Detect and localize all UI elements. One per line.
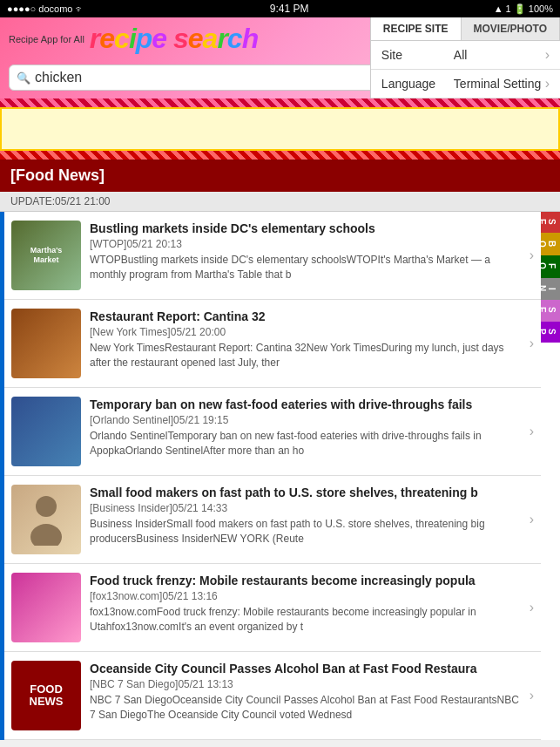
news-title: Small food makers on fast path to U.S. s… <box>90 485 521 500</box>
news-snippet: New York TimesRestaurant Report: Cantina… <box>90 341 521 370</box>
side-tab-foodnews[interactable]: FOODNEWS <box>541 255 560 278</box>
news-item[interactable]: FOODNEWS Oceanside City Council Passes A… <box>4 652 541 740</box>
news-meta: [NBC 7 San Diego]05/21 13:13 <box>90 678 521 690</box>
news-snippet: NBC 7 San DiegoOceanside City Council Pa… <box>90 693 521 723</box>
language-label: Language <box>381 77 447 91</box>
news-meta: [Business Insider]05/21 14:33 <box>90 502 521 514</box>
language-setting-row[interactable]: Language Terminal Setting › <box>371 70 560 98</box>
news-thumbnail <box>11 309 81 378</box>
language-chevron-icon: › <box>545 76 550 92</box>
tab-movie-photo[interactable]: MOVIE/PHOTO <box>462 17 560 40</box>
header-top: Recipe App for All recipe search RECIPE … <box>9 23 551 55</box>
time: 9:41 PM <box>270 3 309 15</box>
carrier-signal: ●●●●○ docomo ᯤ <box>7 3 84 14</box>
battery-status: ▲ 1 🔋 100% <box>494 3 553 15</box>
news-item-text: Restaurant Report: Cantina 32 [New York … <box>90 309 521 370</box>
food-news-update: UPDATE:05/21 21:00 <box>0 192 560 212</box>
news-item[interactable]: Small food makers on fast path to U.S. s… <box>4 476 541 564</box>
svg-point-1 <box>30 524 62 546</box>
status-bar: ●●●●○ docomo ᯤ 9:41 PM ▲ 1 🔋 100% <box>0 0 560 17</box>
news-item[interactable]: Restaurant Report: Cantina 32 [New York … <box>4 300 541 388</box>
news-list: Martha'sMarket Bustling markets inside D… <box>4 212 560 740</box>
news-meta: [WTOP]05/21 20:13 <box>90 238 521 250</box>
news-arrow-icon: › <box>530 248 534 263</box>
side-nav: SEARCH BOOKMARK FOODNEWS INFO SETTING SP… <box>541 212 560 740</box>
main-content: Martha'sMarket Bustling markets inside D… <box>0 212 560 740</box>
side-tab-bookmark[interactable]: BOOKMARK <box>541 233 560 255</box>
news-thumbnail <box>11 485 81 554</box>
news-snippet: Orlando SentinelTemporary ban on new fas… <box>90 429 521 458</box>
app-for-all-label: Recipe App for All <box>9 34 84 44</box>
news-thumbnail <box>11 397 81 466</box>
news-arrow-icon: › <box>530 336 534 351</box>
red-check-divider <box>0 151 560 160</box>
search-small-icon: 🔍 <box>17 71 30 85</box>
tab-overlay: RECIPE SITE MOVIE/PHOTO Site All › Langu… <box>370 17 560 98</box>
news-snippet: fox13now.comFood truck frenzy: Mobile re… <box>90 605 521 635</box>
news-arrow-icon: › <box>530 424 534 439</box>
site-chevron-icon: › <box>545 47 550 63</box>
news-title: Bustling markets inside DC's elementary … <box>90 221 521 236</box>
svg-point-0 <box>36 496 57 517</box>
language-value: Terminal Setting <box>447 77 545 91</box>
yellow-input-area[interactable] <box>0 107 560 151</box>
news-arrow-icon: › <box>530 600 534 615</box>
news-item-text: Bustling markets inside DC's elementary … <box>90 221 521 282</box>
news-meta: [fox13now.com]05/21 13:16 <box>90 590 521 602</box>
news-item[interactable]: Temporary ban on new fast-food eateries … <box>4 388 541 476</box>
site-value: All <box>447 48 545 62</box>
side-tab-info[interactable]: INFO <box>541 278 560 300</box>
news-arrow-icon: › <box>530 688 534 703</box>
news-title: Oceanside City Council Passes Alcohol Ba… <box>90 661 521 676</box>
news-item-text: Temporary ban on new fast-food eateries … <box>90 397 521 458</box>
news-thumbnail: Martha'sMarket <box>11 221 81 290</box>
news-snippet: Business InsiderSmall food makers on fas… <box>90 517 521 547</box>
tab-recipe-site[interactable]: RECIPE SITE <box>371 17 462 40</box>
news-item-text: Small food makers on fast path to U.S. s… <box>90 485 521 547</box>
food-news-header: [Food News] <box>0 160 560 192</box>
pattern-divider <box>0 98 560 107</box>
news-meta: [Orlando Sentinel]05/21 19:15 <box>90 414 521 426</box>
side-tab-setting[interactable]: SETTING <box>541 300 560 322</box>
news-title: Food truck frenzy: Mobile restaurants be… <box>90 573 521 588</box>
news-title: Restaurant Report: Cantina 32 <box>90 309 521 324</box>
news-thumbnail <box>11 573 81 642</box>
food-news-title: [Food News] <box>10 166 105 184</box>
news-item-text: Food truck frenzy: Mobile restaurants be… <box>90 573 521 635</box>
news-item[interactable]: Food truck frenzy: Mobile restaurants be… <box>4 564 541 652</box>
side-tab-search[interactable]: SEARCH <box>541 212 560 233</box>
news-thumbnail: FOODNEWS <box>11 661 81 730</box>
app-title: recipe search <box>90 23 258 55</box>
side-tab-special[interactable]: SPECIAL <box>541 322 560 343</box>
news-item-text: Oceanside City Council Passes Alcohol Ba… <box>90 661 521 723</box>
news-arrow-icon: › <box>530 512 534 527</box>
news-meta: [New York Times]05/21 20:00 <box>90 326 521 338</box>
news-snippet: WTOPBustling markets inside DC's element… <box>90 253 521 282</box>
header: Recipe App for All recipe search RECIPE … <box>0 17 560 98</box>
site-label: Site <box>381 48 447 62</box>
tab-row: RECIPE SITE MOVIE/PHOTO <box>371 17 560 41</box>
news-item[interactable]: Martha'sMarket Bustling markets inside D… <box>4 212 541 300</box>
news-title: Temporary ban on new fast-food eateries … <box>90 397 521 412</box>
site-setting-row[interactable]: Site All › <box>371 41 560 70</box>
